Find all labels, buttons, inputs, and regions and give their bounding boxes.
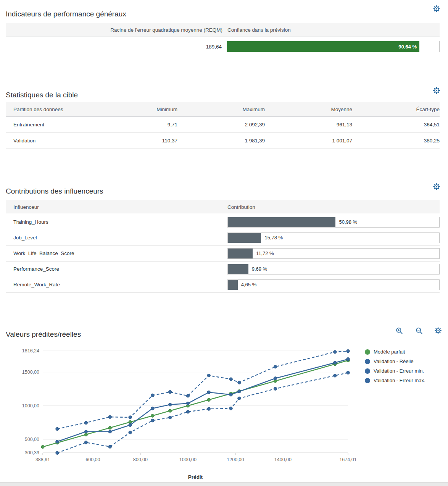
svg-text:1500,00: 1500,00 [22,370,39,375]
target-stats-settings-gear-icon[interactable] [433,87,440,94]
contribution-value: 9,69 % [252,266,267,272]
legend-label: Validation - Erreur min. [374,368,424,374]
table-row: Validation 110,37 1 981,39 1 001,07 380,… [6,132,440,149]
std-value: 380,25 [352,138,440,144]
gear-icon [433,87,440,94]
contribution-value: 15,78 % [264,235,283,241]
influencer-name: Performance_Score [6,266,222,272]
svg-text:500,00: 500,00 [25,437,39,442]
max-value: 1 981,39 [177,138,265,144]
legend-dot-blue [365,359,370,364]
contribution-bar-fill [228,233,261,243]
svg-text:800,00: 800,00 [133,457,148,462]
col-ecart-type: Écart-type [352,107,440,112]
zoom-out-icon [415,327,423,335]
chart-settings-gear-icon[interactable] [434,327,442,334]
influencers-table-header: Influenceur Contribution [6,200,440,214]
svg-text:1674,01: 1674,01 [339,457,356,462]
svg-text:1400,00: 1400,00 [274,457,292,462]
legend-dot-blue [365,378,370,383]
influencer-row: Performance_Score 9,69 % [6,261,440,277]
contribution-value: 11,72 % [256,250,274,256]
x-axis-title: Prédit [43,474,348,480]
legend-dot-green [365,349,370,355]
contribution-bar-fill [228,280,238,290]
contribution-bar: 15,78 % [227,233,440,243]
influencer-row: Job_Level 15,78 % [6,230,440,246]
partition-name: Validation [6,138,90,144]
contribution-value: 50,98 % [339,219,357,225]
svg-text:300,39: 300,39 [25,450,39,455]
mean-value: 961,13 [265,122,352,128]
svg-text:600,00: 600,00 [85,457,100,462]
contribution-bar-fill [228,249,253,258]
svg-text:1200,00: 1200,00 [227,457,244,462]
col-minimum: Minimum [90,107,177,112]
influencers-settings-gear-icon[interactable] [433,183,440,191]
confidence-meter: 90,64 % [227,41,440,52]
partition-name: Entraînement [6,122,90,128]
predicted-actual-section-title: Valeurs prédites/réelles [6,330,81,339]
col-contribution: Contribution [227,204,255,210]
confidence-value: 90,64 % [398,44,419,50]
min-value: 9,71 [90,122,177,128]
influencer-name: Remote_Work_Rate [6,282,222,287]
zoom-in-icon [395,327,403,335]
influencers-section-title: Contributions des influenceurs [6,187,103,195]
contribution-value: 4,65 % [241,282,256,287]
col-partition: Partition des données [6,107,90,112]
legend-dot-blue [365,368,370,374]
contribution-bar: 11,72 % [227,248,440,259]
legend-label: Modèle parfait [374,349,405,355]
performance-value-row: 189,64 90,64 % [6,37,440,56]
col-moyenne: Moyenne [265,107,352,112]
contribution-bar-fill [228,264,248,274]
influencer-name: Work_Life_Balance_Score [6,250,222,256]
performance-section-title: Indicateurs de performance généraux [6,10,126,18]
zoom-in-button[interactable] [395,327,403,334]
contribution-bar: 9,69 % [227,264,440,274]
horizontal-scrollbar-track[interactable] [0,482,448,486]
influencer-name: Training_Hours [6,219,222,225]
legend-item-error-max[interactable]: Validation - Erreur max. [365,378,425,383]
legend-item-validation-actual[interactable]: Validation - Réelle [365,358,425,364]
col-influenceur: Influenceur [6,204,222,210]
rmse-column-header: Racine de l'erreur quadratique moyenne (… [6,27,222,33]
performance-settings-gear-icon[interactable] [433,5,440,13]
legend-item-perfect-model[interactable]: Modèle parfait [365,349,425,355]
table-row: Entraînement 9,71 2 092,39 961,13 364,51 [6,116,440,133]
chart-legend: Modèle parfait Validation - Réelle Valid… [365,349,425,383]
legend-label: Validation - Erreur max. [374,378,425,383]
zoom-out-button[interactable] [415,327,423,334]
performance-table-header: Racine de l'erreur quadratique moyenne (… [6,23,440,37]
rmse-value: 189,64 [6,44,222,50]
predicted-actual-chart[interactable]: 1816,241500,001000,00500,00300,39388,916… [0,340,361,468]
min-value: 110,37 [90,138,177,144]
legend-label: Validation - Réelle [374,358,414,364]
stats-table-header: Partition des données Minimum Maximum Mo… [6,102,440,116]
svg-text:1816,24: 1816,24 [22,348,39,354]
confidence-column-header: Confiance dans la prévision [227,27,440,33]
influencer-row: Training_Hours 50,98 % [6,214,440,230]
contribution-bar: 50,98 % [227,217,440,228]
gear-icon [433,5,440,13]
contribution-bar: 4,65 % [227,279,440,290]
gear-icon [433,183,440,191]
influencer-row: Remote_Work_Rate 4,65 % [6,277,440,293]
gear-icon [434,327,442,334]
contribution-bar-fill [228,217,335,227]
influencer-row: Work_Life_Balance_Score 11,72 % [6,245,440,262]
predictive-report-page: Indicateurs de performance généraux Raci… [0,0,448,486]
svg-text:1000,00: 1000,00 [179,457,197,462]
col-maximum: Maximum [177,107,265,112]
svg-text:1000,00: 1000,00 [22,403,39,408]
influencer-name: Job_Level [6,235,222,241]
max-value: 2 092,39 [177,122,265,128]
svg-text:388,91: 388,91 [35,457,50,462]
std-value: 364,51 [352,122,440,128]
target-stats-section-title: Statistiques de la cible [6,91,78,99]
mean-value: 1 001,07 [265,138,352,144]
confidence-meter-fill: 90,64 % [227,41,419,52]
legend-item-error-min[interactable]: Validation - Erreur min. [365,368,425,374]
